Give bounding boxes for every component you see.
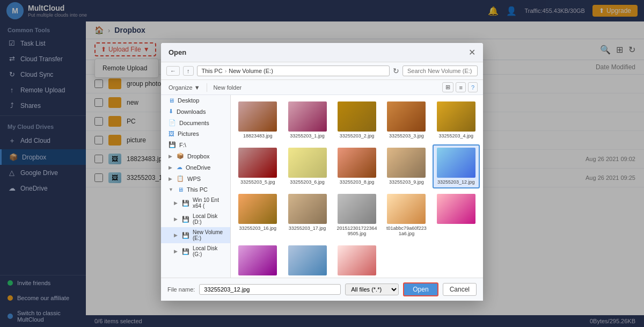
image-thumb[interactable]: 33255203_5.jpg — [234, 144, 281, 188]
thumb-name: 33255203_3.jpg — [389, 133, 424, 139]
thumb-img — [238, 101, 277, 132]
open-button[interactable]: Open — [403, 282, 438, 296]
thumb-img — [387, 148, 426, 178]
image-thumb[interactable]: 33255203_3.jpg — [383, 98, 430, 142]
image-thumb[interactable]: 33255203_8.jpg — [333, 144, 380, 188]
tree-label-new-vol: New Volume (E:) — [193, 229, 225, 241]
tree-item-pictures[interactable]: 🖼 Pictures — [161, 128, 230, 139]
thumb-img — [437, 101, 475, 132]
dialog-title: Open — [169, 48, 186, 56]
documents-icon: 📄 — [169, 119, 176, 126]
thumb-img — [387, 194, 426, 224]
dialog-sidebar: 🖥 Desktop ⬇ Downloads 📄 Documents 🖼 Pict… — [161, 95, 231, 278]
tree-label-onedrive: OneDrive — [186, 164, 210, 171]
thumb-name: 33255203_5.jpg — [240, 179, 275, 185]
thumb-img — [288, 194, 327, 224]
tree-item-win10[interactable]: ▶ 💾 Win 10 Ent x64 ( — [161, 195, 230, 211]
image-thumb[interactable] — [433, 191, 480, 241]
image-thumb[interactable]: 33255203_4.jpg — [433, 98, 480, 142]
tree-label-dropbox: Dropbox — [187, 153, 210, 159]
thumb-name: 33255203_4.jpg — [439, 133, 474, 139]
nav-back-button[interactable]: ← — [166, 66, 180, 76]
thumb-img — [338, 148, 376, 178]
image-thumb[interactable]: 18823483.jpg — [234, 98, 281, 142]
image-thumb[interactable] — [333, 242, 380, 278]
filename-label: File name: — [167, 286, 195, 293]
filetype-select[interactable]: All files (*.*) — [345, 284, 399, 295]
dialog-image-grid: 18823483.jpg 33255203_1.jpg 33255203_2.j… — [231, 95, 483, 278]
nav-path: This PC › New Volume (E:) — [197, 66, 390, 76]
thumb-img — [387, 101, 426, 132]
thumb-name: 33255203_2.jpg — [340, 133, 375, 139]
tree-item-local-g[interactable]: ▶ 💾 Local Disk (G:) — [161, 243, 230, 259]
cancel-button[interactable]: Cancel — [443, 283, 477, 296]
image-thumb[interactable] — [283, 242, 331, 278]
nav-up-button[interactable]: ↑ — [183, 66, 194, 76]
thumb-name: 33255203_12.jpg — [437, 179, 475, 185]
thumb-name: 33255203_17.jpg — [289, 226, 326, 231]
thumb-img — [238, 148, 277, 178]
image-thumb[interactable]: 33255203_6.jpg — [283, 144, 331, 188]
thumb-img — [238, 245, 277, 275]
local-g-icon: 💾 — [182, 248, 189, 255]
organize-button[interactable]: Organize ▼ — [166, 83, 202, 92]
image-thumb[interactable]: 33255203_1.jpg — [283, 98, 331, 142]
this-pc-icon: 🖥 — [178, 186, 184, 193]
onedrive-tree-icon: ☁ — [177, 164, 182, 171]
tree-item-this-pc[interactable]: ▼ 🖥 This PC — [161, 184, 230, 195]
new-vol-arrow: ▶ — [174, 232, 178, 238]
local-d-icon: 💾 — [182, 216, 189, 223]
desktop-icon: 🖥 — [169, 97, 174, 104]
tree-item-documents[interactable]: 📄 Documents — [161, 117, 230, 128]
thumb-img — [288, 101, 327, 132]
filename-input[interactable] — [199, 284, 341, 295]
new-vol-icon: 💾 — [182, 232, 189, 239]
thumb-img — [338, 245, 376, 275]
image-thumb[interactable] — [234, 242, 281, 278]
pictures-icon: 🖼 — [169, 130, 174, 137]
tree-item-downloads[interactable]: ⬇ Downloads — [161, 106, 230, 117]
tree-item-new-vol-e[interactable]: ▶ 💾 New Volume (E:) — [161, 227, 230, 243]
tree-item-local-d[interactable]: ▶ 💾 Local Disk (D:) — [161, 211, 230, 227]
win10-icon: 💾 — [182, 200, 189, 207]
view-toggle-button[interactable]: ⊞ — [442, 82, 453, 92]
image-thumb[interactable]: t01abbc79a60f2231a6.jpg — [383, 191, 430, 241]
image-thumb[interactable]: 2015123017223649505.jpg — [333, 191, 380, 241]
dialog-body: 🖥 Desktop ⬇ Downloads 📄 Documents 🖼 Pict… — [161, 95, 483, 278]
dialog-toolbar: Organize ▼ New folder ⊞ ≡ ? — [161, 80, 483, 95]
tree-label-desktop: Desktop — [178, 97, 199, 104]
tree-label-local-d: Local Disk (D:) — [193, 213, 225, 225]
open-file-dialog: Open ✕ ← ↑ This PC › New Volume (E:) ↻ O… — [161, 43, 483, 301]
thumb-img — [238, 194, 277, 224]
tree-label-local-g: Local Disk (G:) — [193, 245, 225, 257]
thumb-img — [437, 194, 475, 224]
tree-label-downloads: Downloads — [177, 108, 206, 115]
tree-item-onedrive[interactable]: ▶ ☁ OneDrive — [161, 162, 230, 173]
tree-item-f-drive[interactable]: 💾 F:\ — [161, 139, 230, 150]
image-thumb[interactable]: 33255203_2.jpg — [333, 98, 380, 142]
image-thumb[interactable]: 33255203_17.jpg — [283, 191, 331, 241]
dropbox-arrow: ▶ — [169, 154, 172, 159]
dialog-footer: File name: All files (*.*) Open Cancel — [161, 278, 483, 301]
path-separator: › — [225, 68, 227, 74]
local-d-arrow: ▶ — [174, 216, 178, 222]
nav-refresh-button[interactable]: ↻ — [393, 67, 399, 75]
new-folder-dialog-button[interactable]: New folder — [211, 83, 244, 92]
nav-search-input[interactable] — [402, 66, 478, 76]
onedrive-arrow: ▶ — [169, 165, 172, 170]
help-button[interactable]: ? — [468, 82, 478, 92]
image-thumb[interactable]: 33255203_9.jpg — [383, 144, 430, 188]
thumb-img — [437, 148, 475, 178]
thumb-name: t01abbc79a60f2231a6.jpg — [386, 226, 427, 237]
dialog-close-button[interactable]: ✕ — [469, 47, 475, 57]
tree-item-dropbox[interactable]: ▶ 📦 Dropbox — [161, 150, 230, 162]
image-thumb[interactable]: 33255203_16.jpg — [234, 191, 281, 241]
thumb-img — [288, 245, 327, 275]
view-details-button[interactable]: ≡ — [456, 82, 465, 92]
tree-item-desktop[interactable]: 🖥 Desktop — [161, 95, 230, 106]
thumb-img — [338, 194, 376, 224]
downloads-icon: ⬇ — [169, 108, 173, 115]
tree-item-wps[interactable]: ▶ 📋 WPS — [161, 173, 230, 184]
wps-icon: 📋 — [177, 175, 184, 182]
image-thumb-selected[interactable]: 33255203_12.jpg — [433, 144, 480, 188]
